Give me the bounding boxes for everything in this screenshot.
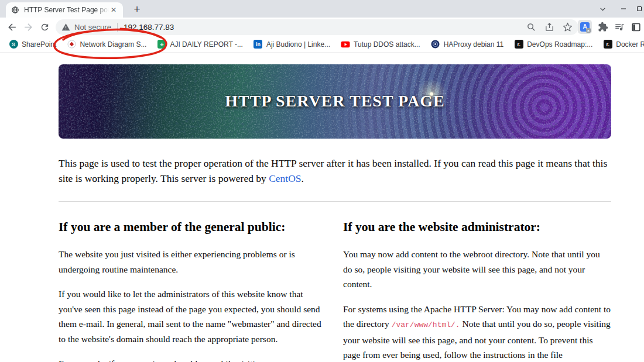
network-diagram-icon	[67, 40, 76, 49]
admin-paragraph-2: For systems using the Apache HTTP Server…	[343, 302, 611, 362]
new-tab-button[interactable]: +	[130, 3, 144, 17]
bookmark-devops-roadmap[interactable]: r. DevOps Roadmap:...	[509, 38, 598, 51]
forward-icon[interactable]	[20, 19, 36, 35]
two-column-area: If you are a member of the general publi…	[59, 216, 611, 362]
public-paragraph-3: For example, if you experienced problems…	[59, 356, 327, 362]
globe-icon	[11, 5, 20, 15]
bookmark-docker-roadmap[interactable]: r. Docker Roadmap -...	[598, 38, 644, 51]
banner-title: HTTP SERVER TEST PAGE	[59, 91, 611, 110]
omnibox-divider	[117, 23, 118, 32]
share-icon[interactable]	[544, 22, 554, 32]
tab-close-icon[interactable]: ✕	[109, 6, 118, 14]
public-column: If you are a member of the general publi…	[59, 216, 327, 362]
translate-extension-icon[interactable]: Aa	[578, 20, 592, 34]
browser-tab[interactable]: HTTP Server Test Page powered ✕	[6, 2, 123, 18]
warning-triangle-icon	[61, 23, 70, 32]
bookmark-haproxy[interactable]: HAProxy debian 11	[426, 38, 509, 51]
security-label[interactable]: Not secure	[74, 23, 111, 32]
url-text[interactable]: 192.168.77.83	[124, 23, 174, 32]
sheets-icon: +	[157, 40, 166, 49]
public-paragraph-1: The website you just visited is either e…	[59, 247, 327, 277]
tab-strip: HTTP Server Test Page powered ✕ +	[0, 0, 644, 18]
bookmark-linkedin[interactable]: in Aji Budiono | Linke...	[248, 38, 335, 51]
page-content: HTTP SERVER TEST PAGE This page is used …	[0, 53, 644, 362]
admin-paragraph-1: You may now add content to the webroot d…	[343, 247, 611, 292]
admin-heading: If you are the website administrator:	[343, 220, 611, 235]
bookmark-youtube[interactable]: Tutup DDOS attack...	[335, 38, 426, 51]
admin-column: If you are the website administrator: Yo…	[343, 216, 611, 362]
roadmap-icon: r.	[603, 40, 612, 49]
maximize-icon[interactable]	[635, 0, 644, 18]
browser-window: HTTP Server Test Page powered ✕ +	[0, 0, 644, 362]
youtube-icon	[341, 40, 350, 49]
public-heading: If you are a member of the general publi…	[59, 220, 327, 235]
horizontal-rule	[59, 201, 611, 202]
lead-paragraph: This page is used to test the proper ope…	[59, 156, 611, 186]
test-page-banner: HTTP SERVER TEST PAGE	[59, 64, 611, 139]
star-icon[interactable]	[563, 22, 573, 32]
centos-link[interactable]: CentOS	[269, 173, 301, 184]
address-bar[interactable]: Not secure 192.168.77.83	[56, 19, 578, 35]
sharepoint-icon: S	[9, 40, 18, 49]
haproxy-icon	[431, 40, 440, 49]
playlist-music-extension-icon[interactable]	[614, 22, 625, 32]
chevron-down-icon[interactable]	[592, 0, 612, 18]
minimize-icon[interactable]	[612, 0, 635, 18]
extensions-puzzle-icon[interactable]	[598, 22, 608, 32]
side-panel-icon[interactable]	[631, 22, 642, 33]
tab-title: HTTP Server Test Page powered	[24, 6, 109, 14]
bookmark-sharepoint[interactable]: S SharePoint	[4, 38, 61, 51]
linkedin-icon: in	[254, 40, 263, 49]
reload-icon[interactable]	[37, 19, 52, 35]
toolbar: Not secure 192.168.77.83 Aa	[0, 18, 644, 36]
bookmark-aji-daily-report[interactable]: + AJI DAILY REPORT -...	[152, 38, 248, 51]
public-paragraph-2: If you would like to let the administrat…	[59, 287, 327, 346]
bookmarks-bar: S SharePoint Network Diagram S... + AJI …	[0, 36, 644, 53]
search-icon[interactable]	[526, 22, 536, 32]
code-webroot-path: /var/www/html/.	[392, 320, 460, 329]
bookmark-network-diagram[interactable]: Network Diagram S...	[61, 38, 152, 51]
back-icon[interactable]	[4, 19, 19, 35]
roadmap-icon: r.	[514, 40, 523, 49]
